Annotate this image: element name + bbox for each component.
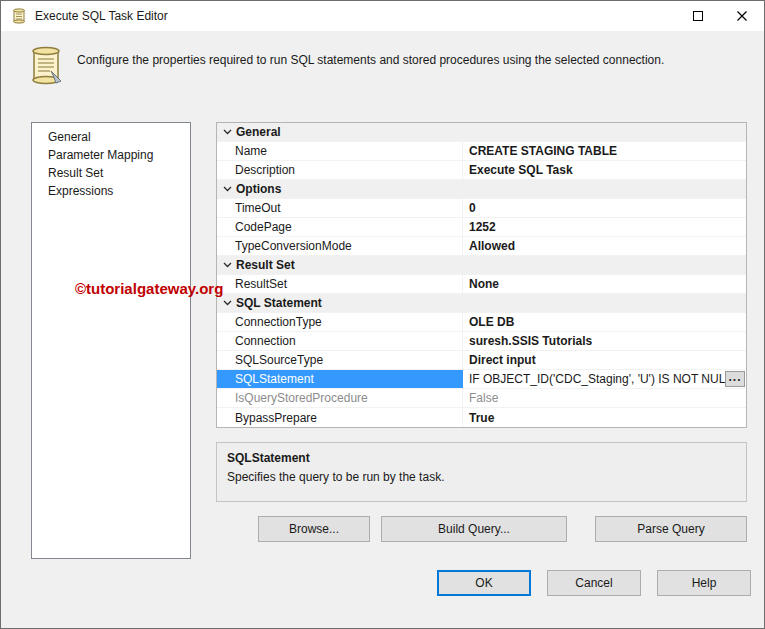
property-name[interactable]: SQLSourceType [217, 351, 463, 369]
property-name[interactable]: ConnectionType [217, 313, 463, 331]
category-label: General [236, 125, 281, 139]
property-description-text: Specifies the query to be run by the tas… [227, 470, 736, 484]
row-codepage[interactable]: CodePage 1252 [217, 218, 746, 237]
property-value[interactable]: True [463, 408, 746, 427]
property-value[interactable]: suresh.SSIS Tutorials [463, 332, 746, 350]
row-connection[interactable]: Connection suresh.SSIS Tutorials [217, 332, 746, 351]
ellipsis-button[interactable]: ... [725, 371, 745, 387]
property-value[interactable]: IF OBJECT_ID('CDC_Staging', 'U') IS NOT … [463, 370, 746, 388]
property-name[interactable]: BypassPrepare [217, 408, 463, 427]
category-general[interactable]: General [217, 123, 746, 142]
property-name[interactable]: TimeOut [217, 199, 463, 217]
property-value[interactable]: OLE DB [463, 313, 746, 331]
chevron-down-icon[interactable] [220, 129, 234, 135]
property-name[interactable]: ResultSet [217, 275, 463, 293]
property-name[interactable]: Name [217, 142, 463, 160]
property-grid: General Name CREATE STAGING TABLE Descri… [216, 122, 747, 428]
category-sql-statement[interactable]: SQL Statement [217, 294, 746, 313]
watermark-text: ©tutorialgateway.org [75, 280, 223, 297]
property-value[interactable]: CREATE STAGING TABLE [463, 142, 746, 160]
cancel-button[interactable]: Cancel [547, 570, 641, 596]
help-button[interactable]: Help [657, 570, 751, 596]
maximize-icon [693, 11, 703, 21]
property-value[interactable]: 0 [463, 199, 746, 217]
ok-button[interactable]: OK [437, 570, 531, 596]
row-bypassprepare[interactable]: BypassPrepare True [217, 408, 746, 427]
chevron-down-icon[interactable] [220, 262, 234, 268]
parse-query-button[interactable]: Parse Query [595, 516, 747, 542]
row-resultset[interactable]: ResultSet None [217, 275, 746, 294]
category-result-set[interactable]: Result Set [217, 256, 746, 275]
titlebar[interactable]: Execute SQL Task Editor [1, 1, 764, 31]
window-title: Execute SQL Task Editor [35, 9, 168, 23]
property-description-title: SQLStatement [227, 451, 736, 465]
row-typeconversionmode[interactable]: TypeConversionMode Allowed [217, 237, 746, 256]
row-name[interactable]: Name CREATE STAGING TABLE [217, 142, 746, 161]
property-name[interactable]: TypeConversionMode [217, 237, 463, 255]
sqlstatement-value[interactable]: IF OBJECT_ID('CDC_Staging', 'U') IS NOT … [469, 372, 732, 386]
property-name[interactable]: IsQueryStoredProcedure [217, 389, 463, 407]
property-value[interactable]: 1252 [463, 218, 746, 236]
build-query-button[interactable]: Build Query... [381, 516, 567, 542]
row-isquerystoredprocedure[interactable]: IsQueryStoredProcedure False [217, 389, 746, 408]
category-label: Result Set [236, 258, 295, 272]
row-description[interactable]: Description Execute SQL Task [217, 161, 746, 180]
execute-sql-task-icon [27, 45, 65, 87]
sidebar-item-expressions[interactable]: Expressions [32, 182, 190, 200]
row-sqlstatement[interactable]: SQLStatement IF OBJECT_ID('CDC_Staging',… [217, 370, 746, 389]
property-value[interactable]: False [463, 389, 746, 407]
window-controls [676, 1, 764, 31]
header-description: Configure the properties required to run… [77, 53, 727, 67]
property-name[interactable]: CodePage [217, 218, 463, 236]
sidebar-item-general[interactable]: General [32, 128, 190, 146]
row-sqlsourcetype[interactable]: SQLSourceType Direct input [217, 351, 746, 370]
row-timeout[interactable]: TimeOut 0 [217, 199, 746, 218]
sidebar-item-parameter-mapping[interactable]: Parameter Mapping [32, 146, 190, 164]
browse-button[interactable]: Browse... [258, 516, 370, 542]
category-label: Options [236, 182, 281, 196]
property-name[interactable]: Description [217, 161, 463, 179]
close-button[interactable] [720, 1, 764, 31]
property-name[interactable]: SQLStatement [217, 370, 463, 388]
chevron-down-icon[interactable] [220, 300, 234, 306]
execute-sql-task-editor-dialog: Execute SQL Task Editor Configure the pr… [0, 0, 765, 629]
close-icon [737, 11, 747, 21]
chevron-down-icon[interactable] [220, 186, 234, 192]
pages-list: General Parameter Mapping Result Set Exp… [31, 122, 191, 559]
property-description-panel: SQLStatement Specifies the query to be r… [216, 442, 747, 502]
category-options[interactable]: Options [217, 180, 746, 199]
property-value[interactable]: Allowed [463, 237, 746, 255]
maximize-button[interactable] [676, 1, 720, 31]
sql-task-icon [11, 8, 27, 24]
property-value[interactable]: Direct input [463, 351, 746, 369]
property-value[interactable]: None [463, 275, 746, 293]
row-connectiontype[interactable]: ConnectionType OLE DB [217, 313, 746, 332]
category-label: SQL Statement [236, 296, 322, 310]
sidebar-item-result-set[interactable]: Result Set [32, 164, 190, 182]
property-value[interactable]: Execute SQL Task [463, 161, 746, 179]
property-name[interactable]: Connection [217, 332, 463, 350]
